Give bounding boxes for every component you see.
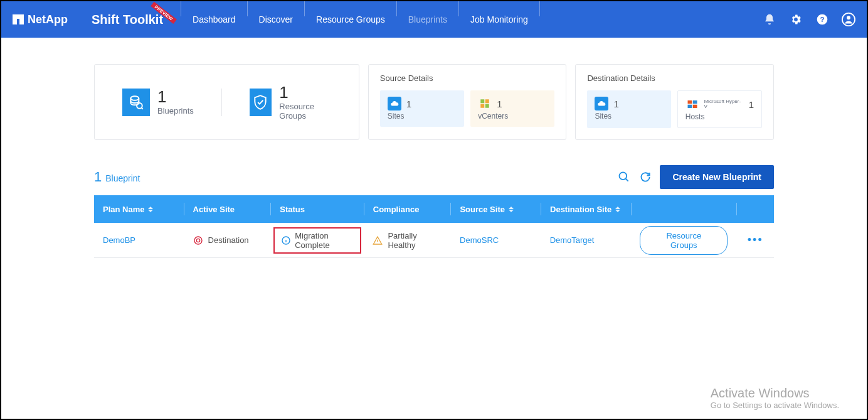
resource-groups-button[interactable]: Resource Groups <box>640 226 728 255</box>
svg-rect-9 <box>485 104 489 108</box>
svg-point-5 <box>137 103 142 109</box>
table-header-row: Plan Name Active Site Status Compliance … <box>94 195 774 223</box>
svg-text:?: ? <box>820 15 824 23</box>
svg-rect-11 <box>692 100 697 104</box>
compliance-cell: Partially Healthy <box>364 231 451 250</box>
blueprints-count: 1 <box>157 89 194 105</box>
stat-blueprints: 1 Blueprints <box>95 89 221 116</box>
destination-details-card: Destination Details 1 Sites <box>575 64 774 140</box>
warning-icon <box>373 235 383 245</box>
summary-totals-card: 1 Blueprints 1 Resource Groups <box>94 64 359 140</box>
blueprints-table: Plan Name Active Site Status Compliance … <box>94 195 774 258</box>
source-vcenters-box: 1 vCenters <box>470 90 554 127</box>
brand-name: NetApp <box>28 13 68 26</box>
shield-icon <box>250 89 272 116</box>
col-source-site[interactable]: Source Site <box>451 205 541 214</box>
blueprint-db-icon <box>122 89 150 116</box>
refresh-icon[interactable] <box>638 170 652 184</box>
nav-blueprints[interactable]: Blueprints <box>397 1 458 38</box>
svg-rect-6 <box>480 99 484 103</box>
svg-rect-13 <box>692 105 697 108</box>
plan-link[interactable]: DemoBP <box>103 235 135 245</box>
sort-icon <box>509 207 514 212</box>
rg-label: Resource Groups <box>279 102 331 121</box>
col-destination-site[interactable]: Destination Site <box>541 205 631 214</box>
cloud-icon <box>388 97 401 110</box>
dest-sites-box: 1 Sites <box>587 90 670 128</box>
stat-resource-groups: 1 Resource Groups <box>222 84 359 121</box>
source-title: Source Details <box>380 73 555 83</box>
nav-discover[interactable]: Discover <box>248 1 304 38</box>
gear-icon[interactable] <box>789 13 803 26</box>
sort-icon <box>148 207 153 212</box>
source-site-link[interactable]: DemoSRC <box>460 235 499 245</box>
col-compliance[interactable]: Compliance <box>364 205 451 214</box>
status-cell-highlighted: Migration Complete <box>273 227 361 254</box>
help-icon[interactable]: ? <box>815 13 829 26</box>
bell-icon[interactable] <box>763 13 776 26</box>
svg-point-16 <box>196 239 199 242</box>
svg-rect-10 <box>687 100 692 104</box>
svg-point-15 <box>194 237 202 244</box>
create-blueprint-button[interactable]: Create New Blueprint <box>660 165 774 189</box>
header-actions: ? <box>763 13 855 26</box>
col-status[interactable]: Status <box>271 205 364 214</box>
more-actions-icon[interactable]: ••• <box>748 234 763 247</box>
svg-rect-8 <box>480 104 484 108</box>
hyperv-icon <box>685 97 699 111</box>
nav-resource-groups[interactable]: Resource Groups <box>305 1 396 38</box>
active-site-cell: Destination <box>184 235 272 245</box>
table-title: 1 Blueprint <box>94 169 140 185</box>
destination-site-link[interactable]: DemoTarget <box>550 235 595 245</box>
cloud-icon <box>595 97 608 110</box>
table-row: DemoBP Destination Migration Complete <box>94 223 774 258</box>
col-plan-name[interactable]: Plan Name <box>94 205 184 214</box>
svg-rect-7 <box>485 99 489 103</box>
product-name: Shift Toolkit PREVIEW <box>92 13 163 27</box>
nav-job-monitoring[interactable]: Job Monitoring <box>459 1 539 38</box>
source-details-card: Source Details 1 Sites <box>368 64 567 140</box>
sort-icon <box>615 207 620 212</box>
svg-point-3 <box>847 16 850 19</box>
table-toolbar: 1 Blueprint Create New Blueprint <box>94 165 774 189</box>
dest-hosts-box: Microsoft Hyper-V 1 Hosts <box>677 90 762 128</box>
main-nav: Dashboard Discover Resource Groups Bluep… <box>181 1 540 38</box>
user-icon[interactable] <box>842 13 855 26</box>
windows-activation-watermark: Activate Windows Go to Settings to activ… <box>711 386 839 410</box>
search-icon[interactable] <box>617 170 631 184</box>
svg-point-14 <box>620 173 627 180</box>
col-active-site[interactable]: Active Site <box>184 205 271 214</box>
netapp-icon <box>13 14 24 25</box>
svg-rect-12 <box>687 105 692 108</box>
destination-title: Destination Details <box>587 73 762 83</box>
destination-circle-icon <box>193 235 203 245</box>
nav-dashboard[interactable]: Dashboard <box>181 1 247 38</box>
vcenter-icon <box>478 97 492 110</box>
blueprints-label: Blueprints <box>157 106 194 116</box>
rg-count: 1 <box>279 84 331 100</box>
svg-point-4 <box>130 96 139 100</box>
info-icon <box>281 235 291 245</box>
source-sites-box: 1 Sites <box>380 90 464 127</box>
app-header: NetApp Shift Toolkit PREVIEW Dashboard D… <box>1 1 867 38</box>
brand-logo: NetApp <box>13 13 68 26</box>
summary-cards: 1 Blueprints 1 Resource Groups Source De… <box>94 64 774 140</box>
